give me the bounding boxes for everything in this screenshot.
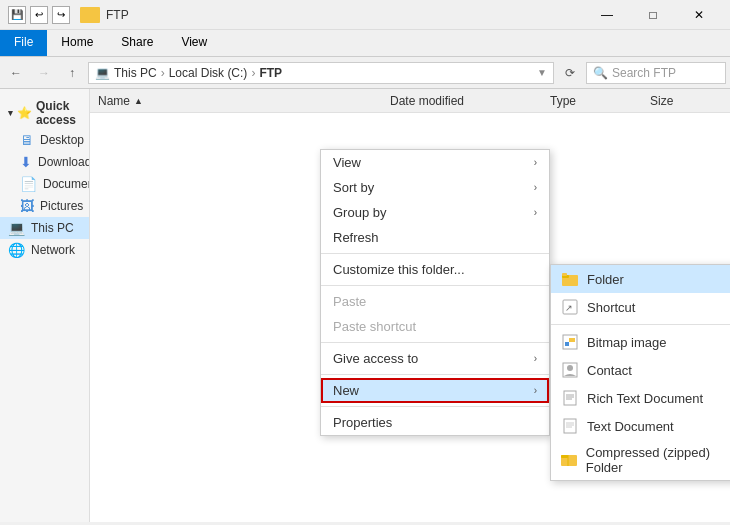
menu-item-pasteshortcut[interactable]: Paste shortcut [321,314,549,339]
menu-item-customize[interactable]: Customize this folder... [321,257,549,282]
svg-rect-6 [565,342,569,346]
submenu-sep-1 [551,324,730,325]
menu-item-giveaccess[interactable]: Give access to › [321,346,549,371]
forward-button[interactable]: → [32,61,56,85]
sidebar-item-network[interactable]: 🌐 Network [0,239,89,261]
redo-icon[interactable]: ↪ [52,6,70,24]
svg-rect-7 [569,338,575,342]
menu-sep-1 [321,253,549,254]
svg-text:↗: ↗ [565,303,573,313]
documents-folder-icon: 📄 [20,176,37,192]
menu-item-new[interactable]: New › [321,378,549,403]
submenu-item-folder[interactable]: Folder [551,265,730,293]
menu-arrow-view: › [534,157,537,168]
search-placeholder: Search FTP [612,66,676,80]
menu-item-paste[interactable]: Paste [321,289,549,314]
save-icon[interactable]: 💾 [8,6,26,24]
sidebar-item-pictures[interactable]: 🖼 Pictures 📌 [0,195,89,217]
submenu-item-shortcut[interactable]: ↗ Shortcut [551,293,730,321]
menu-item-view[interactable]: View › [321,150,549,175]
svg-rect-20 [567,455,569,466]
menu-sep-4 [321,374,549,375]
search-icon: 🔍 [593,66,608,80]
col-size-header[interactable]: Size [650,94,730,108]
undo-icon[interactable]: ↩ [30,6,48,24]
submenu: Folder ↗ Shortcut [550,264,730,481]
context-menu: View › Sort by › Group by › Refresh Cust… [320,149,550,436]
menu-item-properties[interactable]: Properties [321,410,549,435]
submenu-item-richtext[interactable]: Rich Text Document [551,384,730,412]
refresh-button[interactable]: ⟳ [558,61,582,85]
menu-item-sortby[interactable]: Sort by › [321,175,549,200]
sidebar: ▾ ⭐ Quick access 🖥 Desktop 📌 ⬇ Downloads… [0,89,90,522]
svg-rect-2 [562,273,567,276]
close-button[interactable]: ✕ [676,0,722,30]
folder-icon [80,7,100,23]
maximize-button[interactable]: □ [630,0,676,30]
ribbon: File Home Share View [0,30,730,57]
address-bar: ← → ↑ 💻 This PC › Local Disk (C:) › FTP … [0,57,730,89]
sidebar-item-documents[interactable]: 📄 Documents 📌 [0,173,89,195]
menu-sep-3 [321,342,549,343]
path-thispc[interactable]: This PC [114,66,157,80]
tab-view[interactable]: View [167,30,221,56]
downloads-folder-icon: ⬇ [20,154,32,170]
address-path[interactable]: 💻 This PC › Local Disk (C:) › FTP ▼ [88,62,554,84]
ribbon-tabs: File Home Share View [0,30,730,56]
col-date-header[interactable]: Date modified [390,94,550,108]
window-controls: — □ ✕ [584,0,722,30]
shortcut-submenu-icon: ↗ [561,298,579,316]
pictures-folder-icon: 🖼 [20,198,34,214]
menu-item-refresh[interactable]: Refresh [321,225,549,250]
svg-rect-19 [561,455,568,458]
submenu-item-zip[interactable]: Compressed (zipped) Folder [551,440,730,480]
bitmap-submenu-icon [561,333,579,351]
textdoc-submenu-icon [561,417,579,435]
svg-rect-14 [564,419,576,433]
back-button[interactable]: ← [4,61,28,85]
menu-arrow-sortby: › [534,182,537,193]
quick-access-arrow[interactable]: ▾ [8,108,13,118]
menu-sep-2 [321,285,549,286]
column-header: Name ▲ Date modified Type Size [90,89,730,113]
window-title: FTP [106,8,578,22]
menu-arrow-giveaccess: › [534,353,537,364]
svg-rect-10 [564,391,576,405]
tab-share[interactable]: Share [107,30,167,56]
menu-arrow-groupby: › [534,207,537,218]
network-icon: 🌐 [8,242,25,258]
sort-arrow: ▲ [134,96,143,106]
tab-file[interactable]: File [0,30,47,56]
folder-submenu-icon [561,270,579,288]
path-localdisk[interactable]: Local Disk (C:) [169,66,248,80]
contact-submenu-icon [561,361,579,379]
menu-item-groupby[interactable]: Group by › [321,200,549,225]
content-area: Name ▲ Date modified Type Size This fold… [90,89,730,522]
thispc-icon: 💻 [8,220,25,236]
path-current[interactable]: FTP [259,66,282,80]
path-dropdown-icon[interactable]: ▼ [537,67,547,78]
col-type-header[interactable]: Type [550,94,650,108]
sidebar-item-desktop[interactable]: 🖥 Desktop 📌 [0,129,89,151]
svg-point-9 [567,365,573,371]
zip-submenu-icon [561,451,578,469]
submenu-item-contact[interactable]: Contact [551,356,730,384]
richtext-submenu-icon [561,389,579,407]
sidebar-item-thispc[interactable]: 💻 This PC [0,217,89,239]
submenu-item-textdoc[interactable]: Text Document [551,412,730,440]
submenu-item-bitmap[interactable]: Bitmap image [551,328,730,356]
quick-access-star: ⭐ [17,106,32,120]
desktop-folder-icon: 🖥 [20,132,34,148]
up-button[interactable]: ↑ [60,61,84,85]
col-name-header[interactable]: Name ▲ [90,94,390,108]
menu-sep-5 [321,406,549,407]
menu-arrow-new: › [534,385,537,396]
minimize-button[interactable]: — [584,0,630,30]
tab-home[interactable]: Home [47,30,107,56]
title-bar-quick-icons: 💾 ↩ ↪ [8,6,70,24]
main-area: ▾ ⭐ Quick access 🖥 Desktop 📌 ⬇ Downloads… [0,89,730,522]
quick-access-label: ▾ ⭐ Quick access [0,93,89,129]
sidebar-item-downloads[interactable]: ⬇ Downloads 📌 [0,151,89,173]
title-bar: 💾 ↩ ↪ FTP — □ ✕ [0,0,730,30]
search-box[interactable]: 🔍 Search FTP [586,62,726,84]
